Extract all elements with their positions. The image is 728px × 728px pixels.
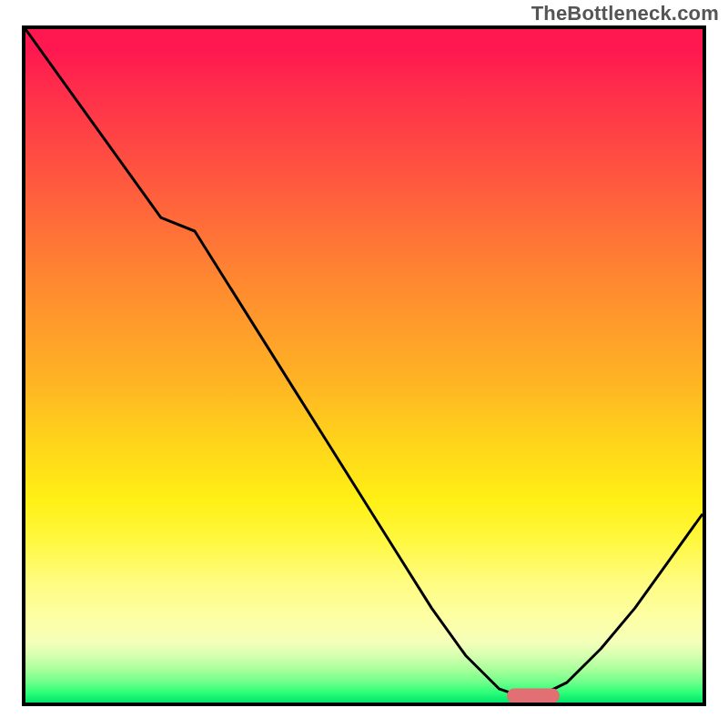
optimum-marker — [507, 689, 560, 703]
bottleneck-curve-path — [25, 29, 703, 696]
watermark-text: TheBottleneck.com — [531, 2, 719, 25]
chart-svg — [25, 29, 703, 703]
plot-area — [22, 25, 706, 706]
